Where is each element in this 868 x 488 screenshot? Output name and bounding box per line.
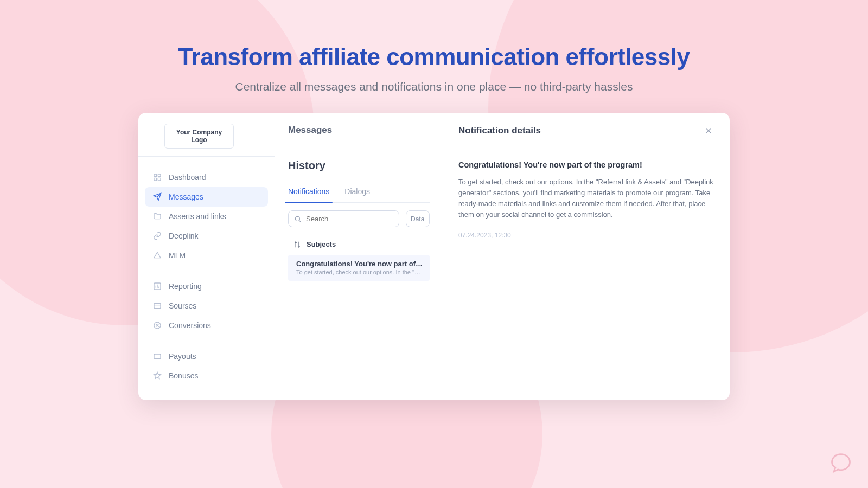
divider [152,271,167,271]
svg-rect-1 [158,174,161,177]
close-button[interactable] [703,125,714,137]
messages-title: Messages [275,113,443,159]
sidebar-item-label: Payouts [169,352,196,361]
hero-subtitle: Centralize all messages and notification… [0,80,868,93]
list-item-title: Congratulations! You're now part of the … [296,260,423,268]
sidebar-item-label: Sourses [169,301,196,310]
svg-rect-2 [154,178,157,181]
detail-timestamp: 07.24.2023, 12:30 [458,232,714,239]
refresh-icon [152,320,162,330]
search-input-wrapper[interactable] [288,210,399,227]
hero-title: Transform affiliate communication effort… [0,43,868,70]
folder-icon [152,211,162,221]
chart-icon [152,281,162,291]
list-item-excerpt: To get started, check out our options. I… [296,269,423,275]
history-tabs: Notifications Dialogs [288,187,430,203]
sidebar-item-messages[interactable]: Messages [145,187,268,207]
svg-rect-0 [154,174,157,177]
svg-rect-7 [154,354,161,359]
sidebar-item-label: MLM [169,251,186,260]
subjects-header[interactable]: Subjects [288,237,430,252]
sidebar-item-sources[interactable]: Sourses [145,296,268,316]
detail-panel-title: Notification details [458,125,541,136]
sidebar-item-label: Deeplink [169,232,198,240]
sidebar-item-label: Conversions [169,321,211,330]
sidebar-nav: Dashboard Messages Asserts and links Dee… [138,157,275,386]
notification-list-item[interactable]: Congratulations! You're now part of the … [288,255,430,281]
detail-title: Congratulations! You're now part of the … [458,160,714,169]
divider [152,341,167,341]
card-icon [152,301,162,311]
tab-dialogs[interactable]: Dialogs [344,187,370,202]
search-icon [294,215,302,223]
company-logo: Your Company Logo [164,124,234,149]
sidebar-item-label: Bonuses [169,371,198,380]
sidebar-item-label: Messages [169,192,203,201]
sidebar-item-bonuses[interactable]: Bonuses [145,366,268,386]
sidebar-item-assets[interactable]: Asserts and links [145,207,268,226]
star-icon [152,371,162,381]
triangle-icon [152,251,162,260]
sidebar-item-mlm[interactable]: MLM [145,246,268,265]
detail-body: To get started, check out our options. I… [458,177,714,221]
close-icon [704,126,713,136]
brand-mark-icon [829,451,853,475]
sidebar-item-dashboard[interactable]: Dashboard [145,168,268,187]
tab-notifications[interactable]: Notifications [288,187,329,202]
sidebar-item-label: Reporting [169,282,202,291]
history-title: History [288,159,430,172]
grid-icon [152,172,162,182]
sidebar-item-reporting[interactable]: Reporting [145,277,268,296]
sidebar-item-deeplink[interactable]: Deeplink [145,226,268,246]
notification-detail-panel: Notification details Congratulations! Yo… [443,113,730,400]
link-icon [152,231,162,241]
subjects-label: Subjects [307,240,336,248]
wallet-icon [152,351,162,361]
sort-icon [293,241,301,248]
sidebar-item-payouts[interactable]: Payouts [145,346,268,366]
messages-column: Messages History Notifications Dialogs D… [275,113,443,400]
send-icon [152,192,162,202]
data-filter-button[interactable]: Data [406,210,430,227]
sidebar-item-conversions[interactable]: Conversions [145,316,268,335]
sidebar: Your Company Logo Dashboard Messages Ass… [138,113,275,400]
sidebar-item-label: Dashboard [169,173,206,182]
app-window: Your Company Logo Dashboard Messages Ass… [138,113,730,400]
sidebar-item-label: Asserts and links [169,212,226,221]
search-input[interactable] [306,215,393,223]
svg-point-8 [295,216,299,221]
svg-rect-3 [158,178,161,181]
svg-rect-5 [154,303,161,308]
